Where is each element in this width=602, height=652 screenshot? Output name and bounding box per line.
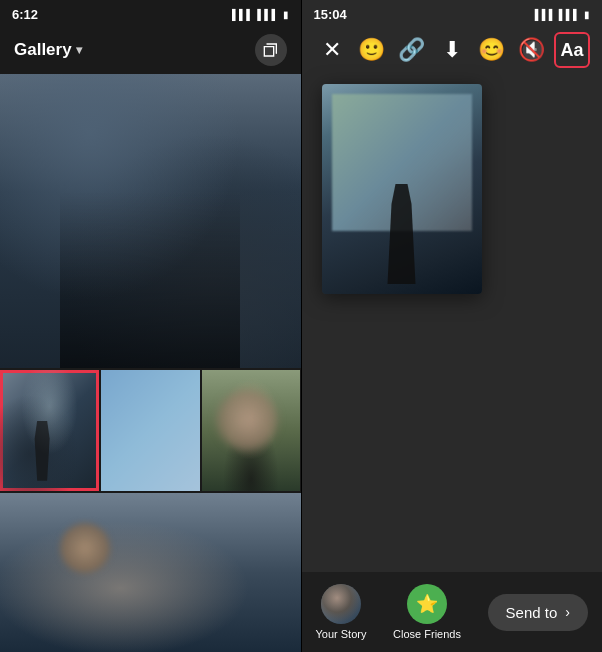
signal-bars-right: ▌▌▌ ▌▌▌	[535, 9, 580, 20]
story-bottom-bar: Your Story ⭐ Close Friends Send to ›	[302, 572, 603, 652]
battery-icon-right: ▮	[584, 9, 590, 20]
download-button[interactable]: ⬇	[434, 32, 470, 68]
gallery-title-button[interactable]: Gallery ▾	[14, 40, 82, 60]
gallery-label: Gallery	[14, 40, 72, 60]
link-icon: 🔗	[398, 37, 425, 63]
your-story-label: Your Story	[316, 628, 367, 640]
link-button[interactable]: 🔗	[394, 32, 430, 68]
download-icon: ⬇	[443, 37, 461, 63]
sticker-button[interactable]: 😊	[474, 32, 510, 68]
story-canvas[interactable]	[302, 74, 603, 572]
send-to-label: Send to	[506, 604, 558, 621]
close-friends-icon: ⭐	[407, 584, 447, 624]
text-tool-button[interactable]: Aa	[554, 32, 590, 68]
audio-button[interactable]: 🔇	[514, 32, 550, 68]
close-icon: ✕	[323, 37, 341, 63]
thumbnail-1[interactable]	[0, 370, 99, 491]
sticker-icon: 😊	[478, 37, 505, 63]
status-icons-left: ▌▌▌ ▌▌▌ ▮	[232, 9, 289, 20]
large-photo[interactable]	[0, 74, 301, 368]
photo-grid	[0, 74, 301, 652]
multiple-select-button[interactable]	[255, 34, 287, 66]
text-tool-icon: Aa	[560, 40, 583, 61]
send-chevron-icon: ›	[565, 604, 570, 620]
close-friends-option[interactable]: ⭐ Close Friends	[393, 584, 461, 640]
thumbnail-row-1	[0, 368, 301, 491]
signal-icon-2: ▌▌▌	[257, 9, 278, 20]
close-button[interactable]: ✕	[314, 32, 350, 68]
send-to-button[interactable]: Send to ›	[488, 594, 588, 631]
status-bar-right: 15:04 ▌▌▌ ▌▌▌ ▮	[302, 0, 603, 26]
person-silhouette	[382, 184, 422, 284]
audio-icon: 🔇	[518, 37, 545, 63]
battery-icon: ▮	[283, 9, 289, 20]
status-time-right: 15:04	[314, 7, 347, 22]
emoji-icon: 🙂	[358, 37, 385, 63]
status-bar-left: 6:12 ▌▌▌ ▌▌▌ ▮	[0, 0, 301, 26]
thumbnail-2[interactable]	[101, 370, 200, 491]
story-toolbar: ✕ 🙂 🔗 ⬇ 😊 🔇 Aa	[302, 26, 603, 74]
emoji-sticker-button[interactable]: 🙂	[354, 32, 390, 68]
your-story-option[interactable]: Your Story	[316, 584, 367, 640]
signal-icon-1: ▌▌▌	[232, 9, 253, 20]
status-icons-right: ▌▌▌ ▌▌▌ ▮	[535, 9, 590, 20]
gallery-chevron: ▾	[76, 43, 82, 57]
thumbnail-3[interactable]	[202, 370, 301, 491]
gallery-header: Gallery ▾	[0, 26, 301, 74]
status-time-left: 6:12	[12, 7, 38, 22]
story-preview-image	[322, 84, 482, 294]
multiple-select-icon	[263, 42, 279, 58]
thumbnail-row-2	[0, 491, 301, 652]
close-friends-label: Close Friends	[393, 628, 461, 640]
thumbnail-4[interactable]	[0, 493, 301, 652]
your-story-avatar	[321, 584, 361, 624]
right-panel: 15:04 ▌▌▌ ▌▌▌ ▮ ✕ 🙂 🔗 ⬇ 😊 🔇 Aa	[302, 0, 603, 652]
left-panel: 6:12 ▌▌▌ ▌▌▌ ▮ Gallery ▾	[0, 0, 301, 652]
